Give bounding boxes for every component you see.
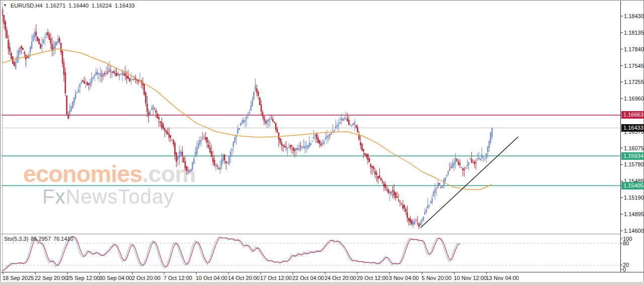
high-value: 1.16440 [68,3,89,9]
candle-body [490,133,491,142]
candle-body [451,167,452,168]
candle-body [370,164,371,167]
candle-body [481,155,482,158]
candle-body [449,170,450,170]
candle-body [280,138,281,143]
candle-body [119,74,120,76]
bottom-scroll-area[interactable] [0,282,644,285]
candle-body [411,220,412,224]
candle-body [262,112,263,116]
candle-body [120,74,121,74]
candle-body [475,162,476,163]
candle-body [189,172,190,172]
candle-body [234,138,235,142]
candle-body [84,81,85,83]
candle-body [435,189,436,193]
candle-body [484,158,485,158]
candle-body [132,79,133,80]
candle-body [287,148,288,149]
candle-body [93,77,94,78]
candle-body [489,141,490,147]
candle-body [144,84,145,94]
candle-body [151,109,152,110]
candle-body [128,76,129,79]
candle-body [291,145,292,146]
candle-body [47,33,48,35]
candle-body [341,119,342,120]
candle-body [448,171,449,174]
candle-body [423,217,424,220]
candle-body [478,158,479,159]
candle-body [133,78,134,79]
candle-body [471,159,472,162]
candle-body [372,166,373,167]
candle-body [7,30,8,38]
candle-body [386,189,387,190]
candle-body [192,163,193,169]
candle-body [306,146,307,147]
candle-body [78,89,79,92]
candle-body [115,73,116,73]
candle-body [73,98,74,103]
candle-body [422,221,423,222]
candle-body [377,176,378,178]
candle-body [465,167,466,169]
candle-body [196,147,197,154]
candle-body [110,70,111,71]
stochastic-panel[interactable] [2,236,620,270]
candle-body [152,106,153,109]
candle-body [211,151,212,157]
candle-body [162,122,163,127]
candle-body [170,135,171,138]
candle-body [195,152,196,156]
candle-body [79,83,80,87]
candle-body [39,39,40,44]
low-value: 1.16224 [92,3,112,9]
candle-body [218,169,219,169]
candle-body [299,148,300,150]
candle-body [353,124,354,125]
candle-body [362,144,363,150]
candle-body [198,144,199,148]
candle-body [356,125,357,128]
trendline[interactable] [421,137,518,228]
price-chart-canvas[interactable] [0,0,644,285]
candle-body [30,47,31,52]
candle-body [432,198,433,203]
candle-body [309,143,310,147]
candle-body [91,78,92,83]
candle-body [296,148,297,150]
close-value: 1.16433 [115,3,135,9]
candle-body [337,125,338,127]
candle-body [106,73,107,74]
candle-body [193,159,194,164]
candle-body [312,141,313,141]
candle-body [69,111,70,116]
candle-body [183,157,184,162]
candle-body [436,188,437,189]
candle-body [217,166,218,166]
candle-body [149,112,150,115]
candle-body [8,40,9,48]
stochastic-k-value: 85.2957 [31,236,51,242]
candle-body [290,145,291,148]
candle-body [72,102,73,109]
candle-body [256,88,257,92]
candle-body [328,136,329,137]
candle-body [220,167,221,169]
candle-body [283,145,284,146]
candle-body [429,205,430,206]
candle-body [267,120,268,124]
candle-body [188,170,189,170]
candle-body [360,142,361,145]
candle-body [285,146,286,147]
candle-body [99,73,100,74]
candle-body [277,129,278,132]
candle-body [472,162,473,163]
candle-body [367,154,368,160]
candle-body [464,169,465,170]
candle-body [245,120,246,121]
candle-body [389,192,390,194]
candle-body [116,73,117,76]
symbol-dropdown-icon[interactable]: ▼ [3,3,7,8]
